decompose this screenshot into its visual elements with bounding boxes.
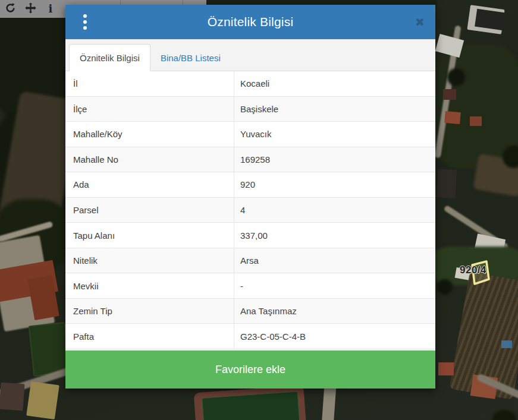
table-row: Tapu Alanı 337,00 <box>65 223 435 248</box>
map-building-roof <box>444 111 461 124</box>
row-value: Arsa <box>234 248 435 273</box>
row-value: Kocaeli <box>234 71 435 96</box>
row-label: Mahalle/Köy <box>65 122 234 147</box>
row-label: Parsel <box>65 198 234 223</box>
map-tree <box>447 68 465 86</box>
row-label: Nitelik <box>65 248 234 273</box>
modal-title: Öznitelik Bilgisi <box>208 15 294 29</box>
map-tree <box>492 410 516 420</box>
row-label: Mevkii <box>65 273 234 298</box>
map-building-roof <box>0 383 25 411</box>
map-building-roof <box>437 169 457 198</box>
row-value: 4 <box>234 198 435 223</box>
attribute-table: İl Kocaeli İlçe Başiskele Mahalle/Köy Yu… <box>65 71 435 349</box>
row-value: 337,00 <box>234 223 435 248</box>
attribute-info-modal: Öznitelik Bilgisi ✖ Öznitelik Bilgisi Bi… <box>65 5 435 389</box>
row-label: Zemin Tip <box>65 299 234 324</box>
pan-button[interactable] <box>20 0 40 18</box>
map-blue-tarp <box>501 340 512 348</box>
row-value: - <box>234 273 435 298</box>
modal-header: Öznitelik Bilgisi ✖ <box>65 5 435 39</box>
refresh-icon <box>5 2 16 16</box>
table-row: Zemin Tip Ana Taşınmaz <box>65 299 435 324</box>
modal-tab-bar: Öznitelik Bilgisi Bina/BB Listesi <box>65 39 435 71</box>
kebab-menu-button[interactable] <box>81 12 89 32</box>
table-row: Pafta G23-C-05-C-4-B <box>65 324 435 349</box>
add-to-favorites-button[interactable]: Favorilere ekle <box>65 350 435 389</box>
map-building-roof <box>475 9 506 30</box>
row-label: Tapu Alanı <box>65 223 234 248</box>
map-road <box>322 384 337 420</box>
info-icon: i <box>49 4 53 14</box>
row-value: 920 <box>234 172 435 197</box>
parcel-number-label: 920/4 <box>460 264 486 276</box>
table-row: Ada 920 <box>65 172 435 198</box>
tab-bina-bb-listesi[interactable]: Bina/BB Listesi <box>150 45 231 71</box>
row-value: Başiskele <box>234 97 435 122</box>
close-icon[interactable]: ✖ <box>415 17 425 28</box>
row-label: İlçe <box>65 97 234 122</box>
row-label: Mahalle No <box>65 147 234 172</box>
row-value: Yuvacık <box>234 122 435 147</box>
row-value: 169258 <box>234 147 435 172</box>
tab-oznitelik-bilgisi[interactable]: Öznitelik Bilgisi <box>69 44 150 71</box>
row-label: Ada <box>65 172 234 197</box>
map-building-roof <box>26 381 59 419</box>
table-row: Nitelik Arsa <box>65 248 435 274</box>
map-tree <box>437 279 453 295</box>
table-row: Mahalle/Köy Yuvacık <box>65 122 435 147</box>
row-value: Ana Taşınmaz <box>234 299 435 324</box>
table-row: İl Kocaeli <box>65 71 435 97</box>
row-label: İl <box>65 71 234 96</box>
table-row: İlçe Başiskele <box>65 97 435 122</box>
map-building-roof <box>443 89 456 100</box>
table-row: Mevkii - <box>65 273 435 299</box>
row-label: Pafta <box>65 324 234 349</box>
row-value: G23-C-05-C-4-B <box>234 324 435 349</box>
table-row: Mahalle No 169258 <box>65 147 435 173</box>
map-building-roof <box>470 116 482 126</box>
map-building-roof <box>438 362 454 375</box>
map-building-roof <box>435 34 464 58</box>
table-row: Parsel 4 <box>65 198 435 223</box>
refresh-button[interactable] <box>0 0 20 18</box>
info-button[interactable]: i <box>40 0 61 18</box>
pan-icon <box>25 2 36 16</box>
